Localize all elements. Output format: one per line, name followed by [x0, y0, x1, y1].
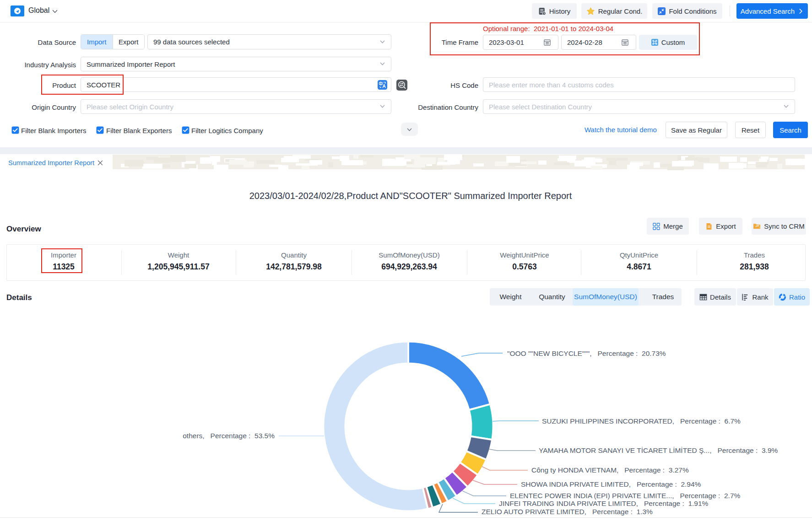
- svg-text:YAMAHA MOTOR SANAYI VE TİCARET: YAMAHA MOTOR SANAYI VE TİCARET LİMİTED Ş…: [539, 446, 778, 454]
- svg-text:ELENTEC POWER INDIA (EPI) PRIV: ELENTEC POWER INDIA (EPI) PRIVATE LIMITE…: [510, 492, 741, 500]
- svg-text:"OOO ""NEW BICYCLE""", Perce: "OOO ""NEW BICYCLE""", Percentage : 20.7…: [507, 349, 666, 357]
- svg-text:SUZUKI PHILIPPINES INCORPORATE: SUZUKI PHILIPPINES INCORPORATED, Percent…: [542, 417, 741, 425]
- svg-text:SHOWA INDIA PRIVATE LIMITED,: SHOWA INDIA PRIVATE LIMITED, Percentage …: [521, 480, 701, 488]
- svg-text:others, Percentage : 53.5%: others, Percentage : 53.5%: [183, 432, 275, 440]
- svg-text:ZELIO AUTO PRIVATE LIMITED,: ZELIO AUTO PRIVATE LIMITED, Percentage :…: [482, 508, 653, 516]
- svg-text:JINFEI TRADING INDIA PRIVATE L: JINFEI TRADING INDIA PRIVATE LIMITED, Pe…: [499, 500, 709, 507]
- svg-text:Công ty HONDA VIETNAM, Perce: Công ty HONDA VIETNAM, Percentage : 3.27…: [531, 466, 689, 474]
